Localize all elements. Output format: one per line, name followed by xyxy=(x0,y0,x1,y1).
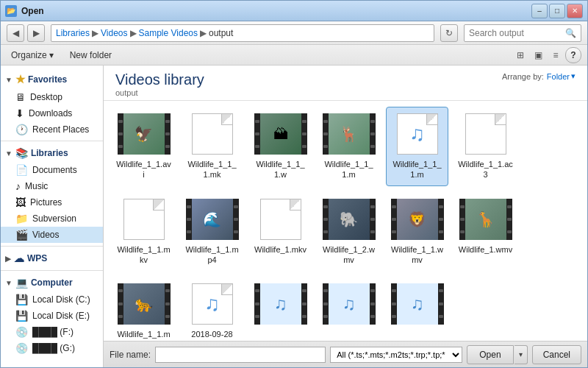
details-button[interactable]: ≡ xyxy=(548,47,564,63)
organize-button[interactable]: Organize ▾ xyxy=(7,49,58,62)
computer-label: Computer xyxy=(31,277,73,288)
filmstrip-hole xyxy=(323,145,328,148)
filetype-select[interactable]: All (*.ts;*.mts;*.m2ts;*.trp;*.tp;* xyxy=(330,347,462,363)
breadcrumb-output[interactable]: output xyxy=(209,28,233,38)
file-item[interactable]: 🦒 Wildlife_1.wmv xyxy=(454,192,517,271)
sidebar-item-gdrive[interactable]: 💿 ████ (G:) xyxy=(1,340,103,356)
forward-button[interactable]: ▶ xyxy=(27,24,45,42)
views-button[interactable]: ⊞ xyxy=(512,47,528,63)
maximize-button[interactable]: □ xyxy=(549,4,565,18)
breadcrumb-videos[interactable]: Videos xyxy=(101,28,127,38)
gdrive-icon: 💿 xyxy=(15,342,28,354)
filmstrip-hole xyxy=(187,230,191,233)
filmstrip-hole xyxy=(255,132,259,135)
videos-icon: 🎬 xyxy=(15,229,28,241)
open-dropdown-button[interactable]: ▾ xyxy=(514,345,528,364)
filmstrip-hole xyxy=(392,302,396,305)
filmstrip-hole xyxy=(507,205,512,208)
search-bar[interactable]: 🔍 xyxy=(464,24,581,42)
filmstrip-hole xyxy=(323,230,328,233)
file-item[interactable]: 🌊 Wildlife_1_1.mp4 xyxy=(181,192,243,271)
file-item[interactable]: 🏔 Wildlife_1_1_1.wmv xyxy=(249,107,312,186)
preview-button[interactable]: ▣ xyxy=(530,47,546,63)
sidebar-item-documents[interactable]: 📄 Documents xyxy=(1,162,103,178)
sidebar-item-cdrive[interactable]: 💾 Local Disk (C:) xyxy=(1,291,103,308)
video-thumb: 🦁 xyxy=(391,199,444,240)
file-thumbnail: 🐘 xyxy=(323,197,376,241)
file-item[interactable]: Wildlife_1_1.mkv xyxy=(112,192,175,271)
video-image: 🦒 xyxy=(465,199,506,240)
organize-arrow: ▾ xyxy=(49,50,54,60)
file-item[interactable]: ♫ 2018-09-2811.17.10.mp4 xyxy=(181,277,243,341)
sidebar-libraries-header[interactable]: ▼ 📚 Libraries xyxy=(1,144,103,162)
sidebar-gdrive-label: ████ (G:) xyxy=(32,343,75,353)
sidebar-wps-header[interactable]: ▶ ☁ WPS xyxy=(1,250,103,267)
file-item[interactable]: ♫ xyxy=(318,277,380,341)
breadcrumb-samplevideos[interactable]: Sample Videos xyxy=(139,28,198,38)
cancel-button[interactable]: Cancel xyxy=(532,345,581,364)
filmstrip-hole xyxy=(460,230,465,233)
sidebar-item-music[interactable]: ♪ Music xyxy=(1,178,103,194)
filmstrip-hole xyxy=(255,315,259,318)
video-thumb: 🦌 xyxy=(323,113,376,155)
open-button[interactable]: Open xyxy=(467,345,513,364)
edrive-icon: 💾 xyxy=(15,310,28,322)
file-name: Wildlife_1.mkv xyxy=(254,244,306,255)
sidebar-divider-1 xyxy=(1,141,103,141)
arrange-by-value[interactable]: Folder ▾ xyxy=(547,71,576,81)
sidebar-favorites-header[interactable]: ▼ ★ Favorites xyxy=(1,70,103,89)
help-button[interactable]: ? xyxy=(565,47,581,63)
file-item[interactable]: 🦅 Wildlife_1_1.avi xyxy=(112,107,175,186)
file-item[interactable]: 🦁 Wildlife_1_1.wmv xyxy=(386,192,448,271)
new-folder-button[interactable]: New folder xyxy=(64,49,118,62)
file-name: Wildlife_1_1.wmv xyxy=(390,244,445,266)
sidebar-music-label: Music xyxy=(25,181,48,191)
filmstrip-hole xyxy=(302,120,306,123)
file-item[interactable]: 🦌 Wildlife_1_1_1.m4v xyxy=(318,107,380,186)
sidebar-item-recentplaces[interactable]: 🕐 Recent Places xyxy=(1,121,103,138)
video-bg: 🦅 xyxy=(123,113,165,155)
file-item[interactable]: ♫ xyxy=(249,277,312,341)
minimize-button[interactable]: – xyxy=(531,4,548,18)
sidebar-item-downloads[interactable]: ⬇ Downloads xyxy=(1,105,103,121)
file-item[interactable]: Wildlife_1.mkv xyxy=(249,192,312,271)
sidebar-item-fdrive[interactable]: 💿 ████ (F:) xyxy=(1,324,103,340)
breadcrumb-libraries[interactable]: Libraries xyxy=(56,28,90,38)
file-item[interactable]: 🐘 Wildlife_1_2.wmv xyxy=(318,192,380,271)
file-item[interactable]: ♫ xyxy=(386,277,448,341)
file-name: Wildlife_1.wmv xyxy=(459,244,512,255)
filmstrip-hole xyxy=(165,289,170,292)
sidebar-item-edrive[interactable]: 💾 Local Disk (E:) xyxy=(1,308,103,324)
sidebar-item-desktop[interactable]: 🖥 Desktop xyxy=(1,89,103,105)
file-item[interactable]: 🐆 Wildlife_1_1.mp4 xyxy=(112,277,175,341)
refresh-button[interactable]: ↻ xyxy=(440,24,458,42)
sidebar-computer-header[interactable]: ▼ 💻 Computer xyxy=(1,274,103,291)
cdrive-icon: 💾 xyxy=(15,294,28,305)
sidebar-item-subversion[interactable]: 📁 Subversion xyxy=(1,210,103,227)
sidebar-item-pictures[interactable]: 🖼 Pictures xyxy=(1,194,103,210)
documents-icon: 📄 xyxy=(15,164,28,176)
back-button[interactable]: ◀ xyxy=(7,24,24,42)
close-button[interactable]: ✕ xyxy=(567,4,583,18)
video-image: 🦌 xyxy=(329,113,370,155)
downloads-icon: ⬇ xyxy=(15,107,24,119)
file-item[interactable]: Wildlife_1_1_1.mkv xyxy=(181,107,243,186)
file-item-selected[interactable]: ♫ Wildlife_1_1_1.mp4 xyxy=(386,107,448,186)
sidebar-videos-label: Videos xyxy=(32,230,59,240)
organize-toolbar: Organize ▾ New folder ⊞ ▣ ≡ ? xyxy=(1,45,587,66)
filmstrip-right xyxy=(233,199,239,240)
video-image: 🦅 xyxy=(123,113,165,155)
sidebar-item-videos[interactable]: 🎬 Videos xyxy=(1,227,103,243)
file-thumbnail: 🐆 xyxy=(118,282,171,326)
file-item[interactable]: Wildlife_1_1.ac3 xyxy=(454,107,517,186)
file-thumbnail xyxy=(118,197,171,241)
filename-input[interactable] xyxy=(155,347,326,363)
filmstrip-hole xyxy=(439,302,443,305)
filmstrip-hole xyxy=(439,205,443,208)
music-icon: ♪ xyxy=(15,180,21,192)
filmstrip-hole xyxy=(323,218,328,221)
file-thumbnail: ♫ xyxy=(391,282,444,326)
search-input[interactable] xyxy=(469,28,565,38)
breadcrumb[interactable]: Libraries ▶ Videos ▶ Sample Videos ▶ out… xyxy=(51,24,434,42)
video-thumb: 🦒 xyxy=(459,199,512,240)
